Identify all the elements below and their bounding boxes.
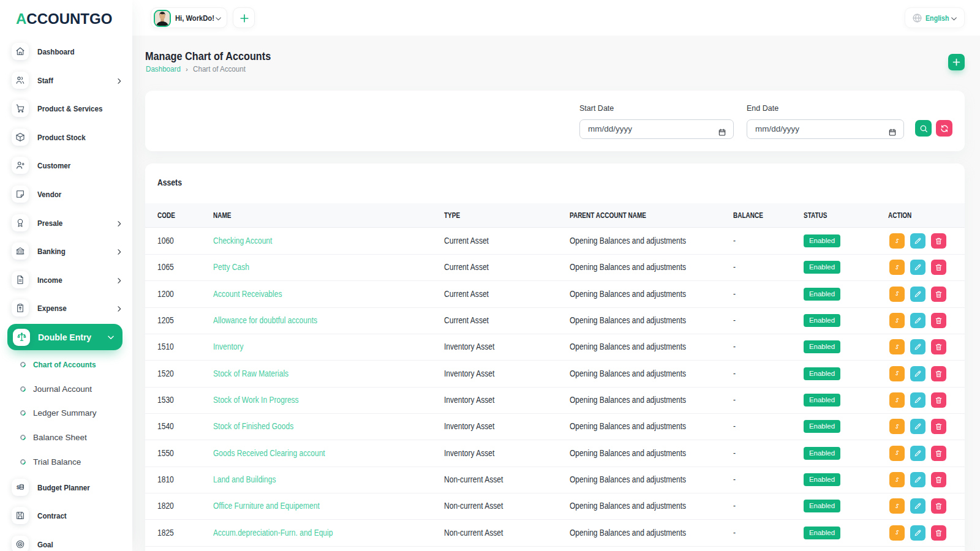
svg-text:$: $ xyxy=(17,484,20,490)
